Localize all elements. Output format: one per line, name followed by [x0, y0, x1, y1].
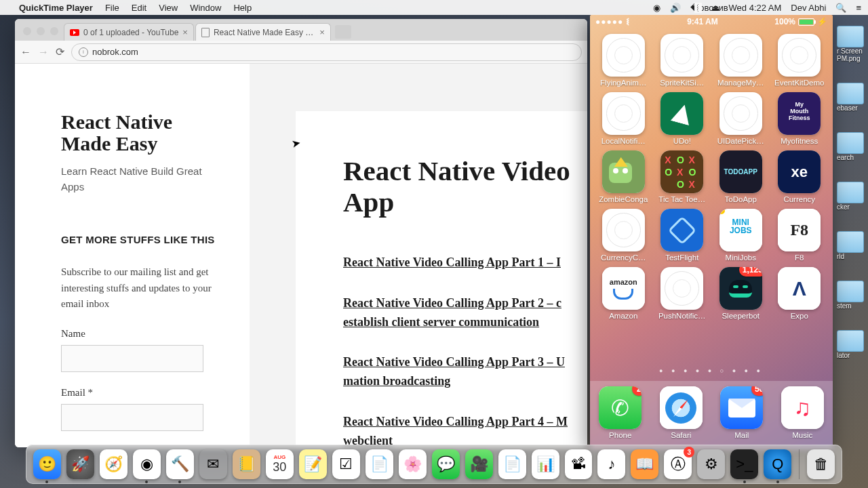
app-tile[interactable]: [660, 386, 703, 429]
app-tile[interactable]: amazon: [602, 267, 645, 310]
sync-icon[interactable]: ⏏: [711, 3, 719, 13]
app-tile[interactable]: 1,125: [719, 267, 762, 310]
article-link[interactable]: React Native Video Calling App Part 4 – …: [343, 413, 587, 447]
ios-app-todoapp[interactable]: TODOAPPToDoApp: [713, 150, 769, 207]
ios-dock-music[interactable]: ♫Music: [781, 386, 824, 443]
ios-app-sleeperbot[interactable]: 1,125Sleeperbot: [713, 267, 769, 324]
forward-button[interactable]: →: [38, 46, 49, 58]
dock-ft[interactable]: 🎥: [465, 449, 493, 479]
dock-notes[interactable]: 📝: [299, 449, 327, 479]
ios-app-managemy[interactable]: ManageMy…: [713, 34, 769, 91]
menubar-app-name[interactable]: QuickTime Player: [19, 3, 93, 13]
dock-key[interactable]: 📽: [565, 449, 593, 479]
app-tile[interactable]: [602, 150, 645, 193]
dock-contacts[interactable]: 📒: [233, 449, 260, 479]
ios-app-spritekitsi[interactable]: SpriteKitSi…: [654, 34, 711, 91]
spotlight-icon[interactable]: 🔍: [835, 3, 846, 13]
dock-ibooks[interactable]: 📖: [631, 449, 658, 479]
tab-nobrok[interactable]: React Native Made Easy – Lea ×: [195, 23, 331, 41]
app-tile[interactable]: [602, 92, 645, 135]
app-tile[interactable]: [719, 34, 762, 77]
ios-dock-safari[interactable]: Safari: [660, 386, 703, 443]
app-tile[interactable]: Λ: [778, 267, 821, 310]
app-tile[interactable]: 50: [720, 386, 763, 429]
dock-chrome[interactable]: ◉: [133, 449, 161, 479]
new-tab-button[interactable]: [335, 25, 351, 39]
desktop-folder-icon[interactable]: [837, 83, 864, 104]
page-indicator[interactable]: ● ● ● ● ● ○ ● ● ●: [590, 367, 833, 374]
ios-dock-phone[interactable]: ✆2Phone: [599, 386, 642, 443]
volume-icon[interactable]: 🔊: [670, 3, 681, 13]
app-tile[interactable]: [778, 34, 821, 77]
ios-app-myofitness[interactable]: MyMouthFitnessMyofitness: [772, 92, 828, 149]
app-tile[interactable]: [602, 209, 645, 251]
notification-center-icon[interactable]: ≡: [856, 3, 861, 13]
app-tile[interactable]: F8: [778, 209, 821, 251]
article-link[interactable]: React Native Video Calling App Part 1 – …: [343, 253, 587, 272]
app-tile[interactable]: [660, 92, 703, 135]
close-tab-icon[interactable]: ×: [182, 27, 188, 37]
record-status-icon[interactable]: ◉: [653, 3, 660, 13]
ios-app-udo[interactable]: UDo!: [654, 92, 711, 149]
address-bar[interactable]: i nobrok.com: [71, 43, 582, 61]
article-link[interactable]: React Native Video Calling App Part 2 – …: [343, 294, 587, 332]
dock-pref[interactable]: ⚙: [697, 449, 725, 479]
menubar-user[interactable]: Dev Abhi: [791, 3, 826, 13]
dock-photos[interactable]: 🌸: [399, 449, 427, 479]
menubar-clock[interactable]: Wed 4:22 AM: [729, 3, 782, 13]
ios-app-tictactoe[interactable]: XOXOXOOXTic Tac Toe…: [654, 150, 711, 207]
app-tile[interactable]: TODOAPP: [719, 150, 762, 193]
dock-appstore[interactable]: Ⓐ3: [664, 449, 692, 479]
site-title[interactable]: React Native Made Easy: [61, 111, 218, 155]
dock-live[interactable]: 📄: [366, 449, 393, 479]
desktop-folder-icon[interactable]: [837, 132, 864, 154]
window-traffic-lights[interactable]: [20, 27, 64, 41]
ios-app-currencyc[interactable]: CurrencyC…: [595, 209, 652, 266]
dock-pages[interactable]: 📄: [498, 449, 526, 479]
desktop-file-icon[interactable]: [837, 26, 864, 47]
app-tile[interactable]: [660, 209, 703, 251]
app-tile[interactable]: [660, 267, 703, 310]
dock-safari[interactable]: 🧭: [100, 449, 127, 479]
desktop-folder-icon[interactable]: [837, 281, 864, 302]
menu-help[interactable]: Help: [233, 3, 252, 13]
menu-edit[interactable]: Edit: [132, 3, 146, 13]
dock-finder[interactable]: 🙂: [33, 449, 61, 479]
ios-app-expo[interactable]: ΛExpo: [772, 267, 828, 324]
ios-app-minijobs[interactable]: MINIJOBSMiniJobs: [713, 209, 769, 266]
dock-trash[interactable]: 🗑: [807, 449, 835, 479]
site-info-icon[interactable]: i: [79, 47, 88, 57]
close-tab-icon[interactable]: ×: [319, 27, 325, 37]
desktop-folder-icon[interactable]: [837, 330, 864, 352]
ios-app-uidatepick[interactable]: UIDatePick…: [713, 92, 769, 149]
ios-app-zombieconga[interactable]: ZombieConga: [595, 150, 652, 207]
app-tile[interactable]: XOXOXOOX: [660, 150, 703, 193]
app-tile[interactable]: MINIJOBS: [719, 209, 762, 251]
ios-app-testflight[interactable]: TestFlight: [654, 209, 711, 266]
app-tile[interactable]: ♫: [781, 386, 824, 429]
dock-mail1[interactable]: ✉: [199, 449, 227, 479]
email-input[interactable]: [61, 404, 203, 431]
dock-itunes[interactable]: ♪: [597, 449, 625, 479]
wifi-icon-real[interactable]: ⧙: [694, 3, 702, 13]
ios-app-amazon[interactable]: amazonAmazon: [595, 267, 652, 324]
ios-app-flyinganim[interactable]: FlyingAnim…: [595, 34, 652, 91]
dock-num[interactable]: 📊: [532, 449, 559, 479]
dock-rem[interactable]: ☑: [332, 449, 360, 479]
ios-dock-mail[interactable]: 50Mail: [720, 386, 763, 443]
desktop-folder-icon[interactable]: [837, 182, 864, 203]
desktop-folder-icon[interactable]: [837, 231, 864, 253]
dock-cal[interactable]: AUG30: [266, 449, 294, 479]
back-button[interactable]: ←: [20, 46, 31, 58]
dock-qt[interactable]: Q: [764, 449, 791, 479]
name-input[interactable]: [61, 345, 203, 372]
ios-app-eventkitdemo[interactable]: EventKitDemo: [772, 34, 828, 91]
ios-app-pushnotific[interactable]: PushNotific…: [654, 267, 711, 324]
article-link[interactable]: React Native Video Calling App Part 3 – …: [343, 353, 587, 391]
dock-xcode[interactable]: 🔨: [166, 449, 194, 479]
app-tile[interactable]: [660, 34, 703, 77]
ios-app-localnotifi[interactable]: LocalNotifi…: [595, 92, 652, 149]
app-tile[interactable]: [719, 92, 762, 135]
menu-window[interactable]: Window: [190, 3, 221, 13]
app-tile[interactable]: MyMouthFitness: [778, 92, 821, 135]
